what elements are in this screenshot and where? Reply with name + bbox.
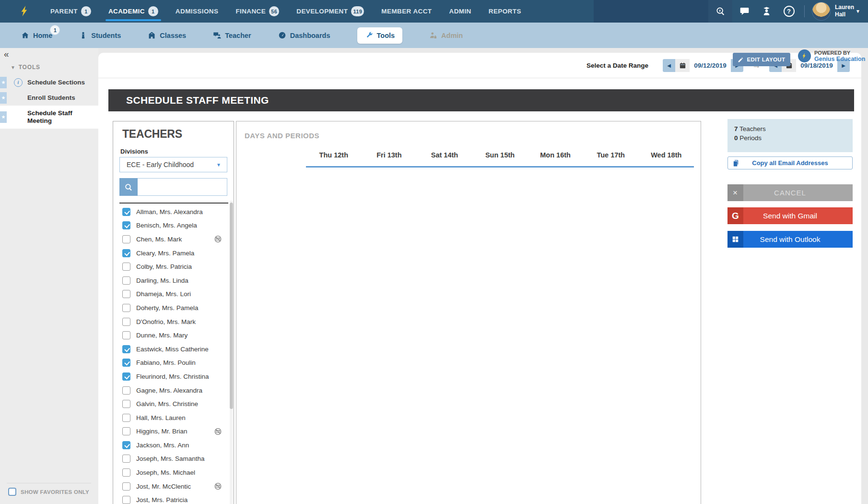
edit-layout-button[interactable]: EDIT LAYOUT: [733, 53, 790, 66]
sidebar-item[interactable]: ★ i Enroll Students: [0, 90, 98, 106]
favorite-star-icon[interactable]: ★: [0, 77, 7, 88]
info-icon[interactable]: i: [14, 78, 23, 87]
teacher-checkbox[interactable]: [122, 221, 130, 229]
teacher-list-scrollbar[interactable]: [230, 201, 233, 504]
send-gmail-button[interactable]: G Send with Gmail: [727, 207, 853, 224]
teacher-row[interactable]: Jackson, Mrs. Ann: [113, 438, 234, 452]
teacher-row[interactable]: Hall, Mrs. Lauren: [113, 411, 234, 425]
teacher-checkbox[interactable]: [122, 441, 130, 449]
teacher-row[interactable]: Fleurinord, Mrs. Christina: [113, 370, 234, 384]
teacher-row[interactable]: Higgins, Mr. Brian: [113, 425, 234, 439]
module-nav-item[interactable]: Classes: [148, 23, 186, 48]
teacher-checkbox[interactable]: [122, 482, 130, 491]
teacher-row[interactable]: Fabiano, Mrs. Poulin: [113, 356, 234, 370]
teacher-checkbox[interactable]: [122, 468, 130, 477]
chevron-down-icon: ▼: [11, 65, 16, 70]
teacher-checkbox[interactable]: [122, 414, 130, 422]
app-logo-lightning-icon[interactable]: [19, 3, 31, 19]
help-button[interactable]: ?: [781, 0, 797, 23]
scrollbar-thumb[interactable]: [230, 203, 233, 409]
user-menu-caret-icon[interactable]: ▼: [856, 9, 860, 14]
teacher-checkbox[interactable]: [122, 276, 130, 285]
teacher-row[interactable]: Benisch, Mrs. Angela: [113, 219, 234, 233]
teacher-row[interactable]: Eastwick, Miss Catherine: [113, 342, 234, 356]
module-nav-item[interactable]: Tools: [357, 27, 403, 44]
nav-item-icon: [429, 31, 437, 39]
teacher-checkbox[interactable]: [122, 208, 130, 216]
teacher-row[interactable]: Joseph, Ms. Michael: [113, 466, 234, 480]
teacher-row[interactable]: Allman, Mrs. Alexandra: [113, 205, 234, 219]
day-header: Tue 17th: [583, 151, 639, 159]
calendar-icon[interactable]: [675, 59, 690, 72]
teacher-row[interactable]: Dhameja, Mrs. Lori: [113, 288, 234, 301]
teacher-checkbox[interactable]: [122, 359, 130, 367]
teacher-row[interactable]: Joseph, Mrs. Samantha: [113, 452, 234, 466]
teacher-search-button[interactable]: [119, 178, 138, 196]
top-nav-item[interactable]: ADMIN: [449, 0, 471, 23]
teacher-checkbox[interactable]: [122, 372, 130, 381]
teacher-checkbox[interactable]: [122, 290, 130, 298]
teacher-checkbox[interactable]: [122, 400, 130, 408]
teacher-row[interactable]: Dunne, Mrs. Mary: [113, 328, 234, 342]
sidebar-section-tools[interactable]: ▼TOOLS: [11, 64, 40, 71]
teacher-row[interactable]: Doherty, Mrs. Pamela: [113, 301, 234, 315]
teacher-search-input[interactable]: [138, 178, 227, 196]
teacher-row[interactable]: Gagne, Mrs. Alexandra: [113, 384, 234, 397]
teacher-row[interactable]: Chen, Ms. Mark: [113, 232, 234, 246]
teacher-checkbox[interactable]: [122, 331, 130, 339]
module-nav-item[interactable]: Home 1: [21, 23, 52, 48]
teacher-checkbox[interactable]: [122, 427, 130, 435]
collapse-sidebar-icon[interactable]: «: [4, 49, 9, 60]
teacher-checkbox[interactable]: [122, 345, 130, 353]
top-nav-item[interactable]: ADMISSIONS: [176, 0, 219, 23]
teacher-checkbox[interactable]: [122, 249, 130, 257]
copy-emails-button[interactable]: Copy all Email Addresses: [727, 156, 853, 169]
teacher-row[interactable]: Galvin, Mrs. Christine: [113, 397, 234, 411]
top-nav-item[interactable]: REPORTS: [489, 0, 521, 23]
top-nav-item[interactable]: MEMBER ACCT: [381, 0, 432, 23]
day-header: Mon 16th: [528, 151, 583, 159]
teacher-checkbox[interactable]: [122, 235, 130, 243]
teacher-row[interactable]: D'Onofrio, Mrs. Mark: [113, 315, 234, 329]
cancel-button[interactable]: × CANCEL: [727, 184, 853, 201]
module-nav-item[interactable]: Students: [79, 23, 121, 48]
teacher-row[interactable]: Jost, Mr. McClentic: [113, 480, 234, 493]
teacher-checkbox[interactable]: [122, 304, 130, 312]
teacher-row[interactable]: Darling, Ms. Linda: [113, 274, 234, 288]
module-nav-item[interactable]: Admin: [429, 23, 463, 48]
teacher-checkbox[interactable]: [122, 318, 130, 326]
teacher-checkbox[interactable]: [122, 496, 130, 504]
top-nav-item[interactable]: DEVELOPMENT 119: [296, 0, 364, 23]
teacher-row[interactable]: Colby, Mrs. Patricia: [113, 260, 234, 274]
global-search-input[interactable]: [594, 0, 708, 23]
search-button[interactable]: [708, 0, 732, 23]
user-avatar[interactable]: [812, 2, 831, 21]
page-title-bar: SCHEDULE STAFF MEETING: [108, 89, 854, 111]
teacher-checkbox[interactable]: [122, 386, 130, 395]
teacher-checkbox[interactable]: [122, 455, 130, 463]
module-nav-item[interactable]: Dashboards: [278, 23, 330, 48]
favorite-star-icon[interactable]: ★: [0, 92, 7, 104]
favorite-star-icon[interactable]: ★: [0, 111, 7, 123]
user-name[interactable]: Lauren Hall: [835, 4, 854, 18]
teacher-checkbox[interactable]: [122, 263, 130, 271]
show-favorites-toggle[interactable]: SHOW FAVORITES ONLY: [0, 488, 98, 496]
module-nav-item[interactable]: Teacher: [213, 23, 251, 48]
teacher-row[interactable]: Cleary, Mrs. Pamela: [113, 246, 234, 260]
periods-count: 0: [734, 134, 738, 142]
start-date-value[interactable]: 09/12/2019: [690, 59, 731, 72]
messages-button[interactable]: [736, 0, 752, 23]
prev-day-button[interactable]: ◀: [663, 59, 675, 72]
teacher-row[interactable]: Jost, Mrs. Patricia: [113, 493, 234, 504]
top-nav-item[interactable]: FINANCE 56: [235, 0, 279, 23]
top-nav-item[interactable]: ACADEMIC 1: [108, 0, 158, 23]
member-button[interactable]: [758, 0, 774, 23]
search-icon: [124, 183, 133, 192]
sidebar-item[interactable]: ★ i Schedule Sections: [0, 75, 98, 90]
divisions-select[interactable]: ECE - Early Childhood ▼: [119, 157, 227, 172]
sidebar-item[interactable]: ★ i Schedule Staff Meeting: [0, 106, 98, 129]
send-outlook-button[interactable]: Send with Outlook: [727, 231, 853, 248]
favorites-checkbox[interactable]: [8, 488, 16, 496]
days-periods-panel: DAYS AND PERIODS Thu 12thFri 13thSat 14t…: [236, 121, 701, 504]
top-nav-item[interactable]: PARENT 1: [50, 0, 91, 23]
